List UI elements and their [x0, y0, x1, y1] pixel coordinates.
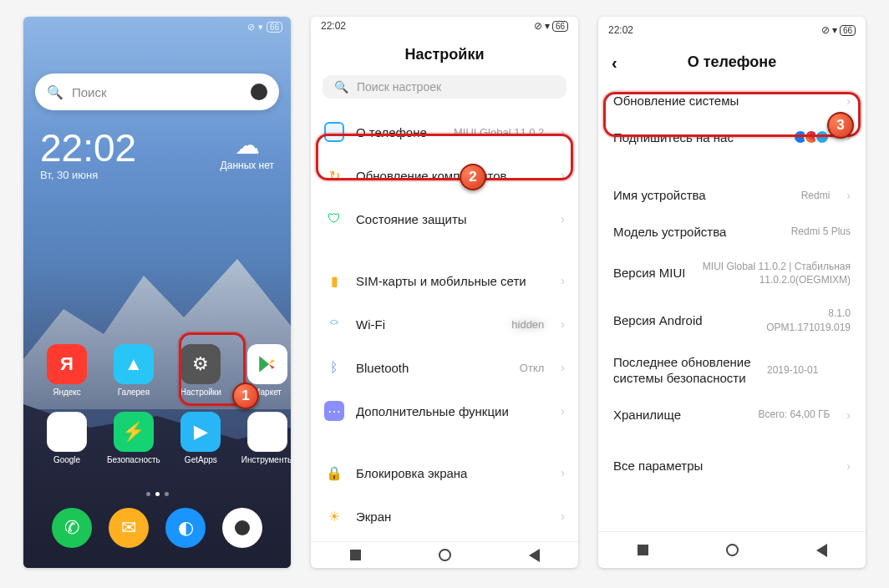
battery-indicator: 66	[267, 22, 282, 33]
battery-indicator: 66	[552, 21, 568, 32]
status-bar: 22:02 ⊘▾66	[598, 17, 866, 43]
screen-settings: 22:02 ⊘▾66 Настройки 🔍 Поиск настроек О …	[311, 17, 578, 568]
wifi-value-blurred: hidden	[511, 317, 544, 332]
row-bluetooth[interactable]: ᛒ Bluetooth Откл ›	[311, 346, 578, 389]
row-security-patch[interactable]: Последнее обновление системы безопасност…	[598, 344, 866, 397]
status-bar: ⊘ ▾ 66	[247, 22, 282, 33]
nav-bar	[598, 531, 866, 568]
weather-widget[interactable]: ☁ Данных нет	[221, 130, 274, 171]
app-security[interactable]: ⚡Безопасность	[107, 412, 160, 464]
bluetooth-icon: ᛒ	[324, 357, 344, 378]
chevron-right-icon: ›	[846, 408, 851, 422]
app-getapps[interactable]: ▶GetApps	[180, 412, 221, 464]
shield-icon: 🛡	[324, 209, 344, 229]
callout-step2	[316, 134, 573, 180]
row-wifi[interactable]: ⌔ Wi-Fi hidden ›	[311, 302, 578, 346]
dock-messages[interactable]: ✉	[109, 508, 149, 548]
wifi-icon: ▾	[545, 20, 550, 32]
status-bar: 22:02 ⊘▾66	[311, 17, 578, 36]
nav-back[interactable]	[816, 544, 827, 557]
dock-browser[interactable]: ◐	[165, 508, 206, 548]
row-device-name[interactable]: Имя устройства Redmi ›	[598, 177, 866, 214]
weather-text: Данных нет	[221, 160, 274, 171]
dock-camera[interactable]	[222, 508, 262, 548]
nav-bar	[311, 541, 578, 568]
mic-icon[interactable]	[251, 84, 267, 100]
status-time: 22:02	[608, 24, 633, 36]
cloud-icon: ☁	[221, 130, 274, 160]
row-screen[interactable]: ☀ Экран ›	[311, 494, 578, 538]
app-yandex[interactable]: ЯЯндекс	[47, 344, 87, 397]
clock-widget[interactable]: 22:02 Вт, 30 июня	[40, 129, 136, 181]
page-title: ‹ О телефоне	[598, 43, 866, 83]
nav-home[interactable]	[726, 544, 739, 556]
dock: ✆ ✉ ◐	[52, 508, 262, 548]
nav-recent[interactable]	[638, 545, 648, 555]
status-time: 22:02	[321, 20, 346, 32]
row-model[interactable]: Модель устройства Redmi 5 Plus	[598, 214, 866, 251]
wifi-icon: ▾	[832, 24, 837, 36]
screen-home: ⊘ ▾ 66 🔍 Поиск 22:02 Вт, 30 июня ☁ Данны…	[23, 17, 291, 568]
settings-search[interactable]: 🔍 Поиск настроек	[323, 75, 566, 99]
row-storage[interactable]: Хранилище Всего: 64,00 ГБ ›	[598, 397, 866, 433]
nav-recent[interactable]	[350, 550, 361, 560]
back-button[interactable]: ‹	[612, 53, 617, 73]
no-sim-icon: ⊘	[247, 22, 255, 33]
chevron-right-icon: ›	[561, 361, 565, 374]
callout-step3	[603, 92, 861, 137]
nav-back[interactable]	[529, 549, 540, 562]
row-sim[interactable]: ▮ SIM-карты и мобильные сети ›	[311, 259, 578, 302]
row-more-functions[interactable]: ⋯ Дополнительные функции ›	[311, 389, 578, 433]
badge-2: 2	[460, 164, 486, 190]
no-sim-icon: ⊘	[821, 24, 830, 36]
sim-icon: ▮	[324, 271, 344, 291]
search-bar[interactable]: 🔍 Поиск	[35, 74, 279, 110]
clock-date: Вт, 30 июня	[40, 169, 136, 181]
row-security-state[interactable]: 🛡 Состояние защиты ›	[311, 197, 578, 241]
chevron-right-icon: ›	[561, 509, 565, 523]
chevron-right-icon: ›	[561, 466, 565, 479]
clock-time: 22:02	[40, 129, 136, 167]
badge-1: 1	[232, 383, 259, 409]
search-icon: 🔍	[334, 80, 348, 94]
section-network: ▮ SIM-карты и мобильные сети › ⌔ Wi-Fi h…	[311, 256, 578, 436]
row-android-version[interactable]: Версия Android 8.1.0 OPM1.171019.019	[598, 297, 866, 343]
chevron-right-icon: ›	[846, 189, 851, 202]
section-device: 🔒 Блокировка экрана › ☀ Экран ›	[311, 448, 578, 541]
chevron-right-icon: ›	[846, 459, 851, 473]
app-gallery[interactable]: ▲Галерея	[107, 344, 160, 397]
nav-home[interactable]	[439, 549, 451, 561]
wifi-icon: ▾	[258, 22, 263, 33]
page-title: Настройки	[311, 36, 578, 75]
more-icon: ⋯	[324, 401, 344, 421]
wifi-icon: ⌔	[324, 314, 344, 334]
chevron-right-icon: ›	[561, 317, 565, 331]
screen-about-phone: 22:02 ⊘▾66 ‹ О телефоне Обновление систе…	[598, 17, 866, 568]
lock-icon: 🔒	[324, 463, 344, 483]
page-indicator	[23, 492, 291, 496]
search-placeholder: Поиск настроек	[357, 80, 441, 94]
badge-3: 3	[827, 112, 854, 139]
chevron-right-icon: ›	[561, 404, 565, 418]
row-miui-version[interactable]: Версия MIUI MIUI Global 11.0.2 | Стабиль…	[598, 250, 866, 297]
chevron-right-icon: ›	[561, 274, 565, 287]
sun-icon: ☀	[324, 506, 344, 526]
row-all-params[interactable]: Все параметры ›	[598, 448, 866, 484]
battery-indicator: 66	[840, 25, 856, 36]
chevron-right-icon: ›	[561, 212, 565, 226]
dock-phone[interactable]: ✆	[52, 508, 92, 548]
search-icon: 🔍	[47, 84, 64, 100]
search-placeholder: Поиск	[72, 85, 242, 99]
app-google[interactable]: Google	[47, 412, 87, 464]
row-lockscreen[interactable]: 🔒 Блокировка экрана ›	[311, 451, 578, 494]
app-tools[interactable]: Инструменты	[241, 412, 291, 464]
no-sim-icon: ⊘	[534, 20, 542, 32]
